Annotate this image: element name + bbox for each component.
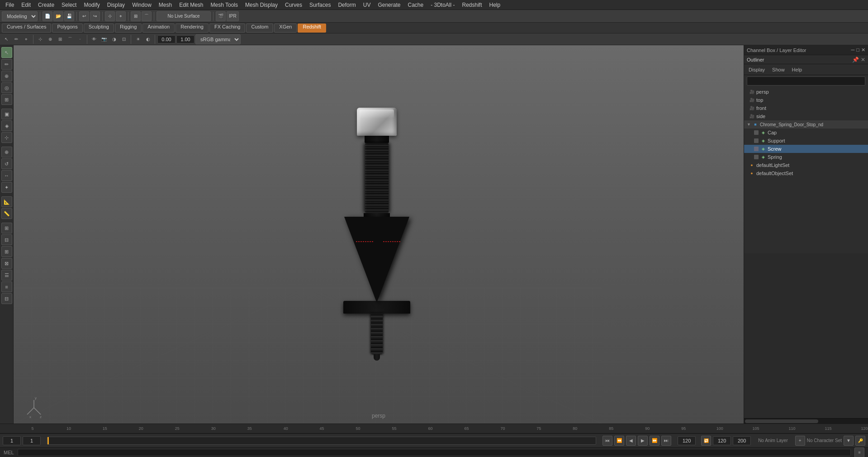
loop-mode-btn[interactable]: 🔁: [701, 436, 711, 446]
paint-btn[interactable]: ✏: [12, 35, 21, 44]
tab-curves-surfaces[interactable]: Curves / Surfaces: [2, 24, 51, 33]
lasso-btn[interactable]: ⌖: [116, 11, 126, 21]
outliner-search-input[interactable]: [749, 78, 863, 84]
snap-vp-btn[interactable]: ⊹: [36, 35, 45, 44]
tree-item-cap[interactable]: ◈ Cap: [744, 129, 868, 137]
misc-btn7[interactable]: ⊟: [1, 293, 12, 304]
menu-edit[interactable]: Edit: [18, 1, 34, 9]
menu-editmesh[interactable]: Edit Mesh: [175, 1, 207, 9]
snap-grid-btn[interactable]: ⊞: [131, 11, 141, 21]
misc-btn4[interactable]: ⊠: [1, 258, 12, 269]
menu-cache[interactable]: Cache: [404, 1, 427, 9]
time-ruler[interactable]: 5101520253035404550556065707580859095100…: [0, 424, 868, 433]
visibility-btn[interactable]: 👁: [90, 35, 99, 44]
minimize-btn[interactable]: ─: [851, 47, 855, 53]
tab-xgen[interactable]: XGen: [274, 24, 297, 33]
menu-3dtoall[interactable]: - 3DtoAll -: [427, 1, 458, 9]
menu-modify[interactable]: Modify: [80, 1, 103, 9]
viewport[interactable]: x z y persp: [14, 45, 744, 424]
mel-command-input[interactable]: [18, 449, 851, 456]
grid-snap-btn[interactable]: ⊞: [56, 35, 65, 44]
rotate-btn[interactable]: ↺: [1, 158, 12, 169]
scale-btn[interactable]: ↔: [1, 170, 12, 181]
wireframe-btn[interactable]: ⊡: [119, 35, 128, 44]
playback-end-input[interactable]: [733, 436, 751, 445]
select-tool-btn[interactable]: ⊹: [105, 11, 115, 21]
auto-key-btn[interactable]: 🔑: [855, 436, 865, 446]
ipr-btn[interactable]: IPR: [227, 11, 239, 21]
outliner-tab-display[interactable]: Display: [747, 66, 767, 73]
menu-redshift[interactable]: Redshift: [459, 1, 486, 9]
poly-tool3-btn[interactable]: ⊹: [1, 132, 12, 143]
point-snap-btn[interactable]: ·: [76, 35, 85, 44]
outliner-tab-help[interactable]: Help: [790, 66, 804, 73]
menu-window[interactable]: Window: [128, 1, 155, 9]
shading-btn[interactable]: ◑: [109, 35, 119, 44]
save-btn[interactable]: 💾: [64, 11, 74, 21]
poly-tool2-btn[interactable]: ◈: [1, 120, 12, 131]
measure-btn[interactable]: 📐: [1, 196, 12, 207]
play-back-btn[interactable]: ◀: [626, 436, 636, 446]
magnet-btn[interactable]: ⊕: [46, 35, 55, 44]
menu-deform[interactable]: Deform: [334, 1, 359, 9]
outliner-close-btn[interactable]: ✕: [861, 57, 865, 63]
redo-btn[interactable]: ↪: [90, 11, 100, 21]
mode-dropdown[interactable]: Modeling: [2, 11, 38, 21]
prev-frame-btn[interactable]: ⏪: [614, 436, 624, 446]
misc-btn5[interactable]: ☰: [1, 270, 12, 281]
transform-btn[interactable]: ⊕: [1, 147, 12, 157]
add-char-set-btn[interactable]: +: [795, 436, 805, 446]
current-frame-input[interactable]: [23, 436, 41, 445]
tab-polygons[interactable]: Polygons: [52, 24, 82, 33]
char-set-options-btn[interactable]: ▼: [844, 436, 854, 446]
outliner-pin-btn[interactable]: 📌: [852, 57, 859, 63]
collapse-arrow-chrome[interactable]: ▼: [747, 122, 751, 127]
menu-display[interactable]: Display: [104, 1, 128, 9]
menu-uv[interactable]: UV: [360, 1, 375, 9]
menu-help[interactable]: Help: [486, 1, 504, 9]
tab-sculpting[interactable]: Sculpting: [84, 24, 114, 33]
script-editor-btn[interactable]: ≡: [854, 447, 864, 457]
gamma-value2-input[interactable]: [176, 35, 194, 43]
tab-redshift[interactable]: Redshift: [298, 24, 326, 33]
menu-curves[interactable]: Curves: [281, 1, 306, 9]
tree-item-support[interactable]: ◈ Support: [744, 137, 868, 145]
playback-start-input[interactable]: [713, 436, 731, 445]
end-frame-input[interactable]: [678, 436, 696, 445]
menu-meshtools[interactable]: Mesh Tools: [207, 1, 242, 9]
misc-btn3[interactable]: ⊞: [1, 246, 12, 257]
tree-item-chrome-group[interactable]: ▼ ■ Chrome_Spring_Door_Stop_nd: [744, 120, 868, 129]
menu-select[interactable]: Select: [58, 1, 80, 9]
timeline-bar[interactable]: [47, 437, 596, 445]
outliner-search-bar[interactable]: [747, 76, 865, 86]
tree-item-top[interactable]: 🎥 top: [744, 96, 868, 104]
tree-item-side[interactable]: 🎥 side: [744, 112, 868, 120]
menu-meshdisplay[interactable]: Mesh Display: [242, 1, 281, 9]
tab-fx-caching[interactable]: FX Caching: [209, 24, 245, 33]
ruler-btn[interactable]: 📏: [1, 208, 12, 219]
menu-file[interactable]: File: [2, 1, 18, 9]
right-panel-hscrollbar[interactable]: [744, 418, 868, 424]
next-frame-btn[interactable]: ⏩: [650, 436, 659, 446]
tree-item-spring[interactable]: ◈ Spring: [744, 153, 868, 161]
tree-item-screw[interactable]: ◈ Screw: [744, 145, 868, 153]
lasso-vp-btn[interactable]: ⌖: [22, 35, 31, 44]
hscrollbar-thumb[interactable]: [745, 419, 818, 423]
restore-btn[interactable]: □: [856, 47, 859, 53]
new-file-btn[interactable]: 📄: [43, 11, 52, 21]
tab-animation[interactable]: Animation: [142, 24, 175, 33]
gamma-value1-input[interactable]: [157, 35, 175, 43]
start-frame-input[interactable]: [3, 436, 21, 445]
lattice-btn[interactable]: ⊞: [1, 94, 12, 105]
move-tool-btn[interactable]: ↖: [1, 47, 12, 58]
undo-btn[interactable]: ↩: [79, 11, 89, 21]
tree-item-lightset[interactable]: ● defaultLightSet: [744, 161, 868, 169]
outliner-tab-show[interactable]: Show: [770, 66, 787, 73]
close-right-panel-btn[interactable]: ✕: [861, 47, 865, 53]
tab-rigging[interactable]: Rigging: [115, 24, 142, 33]
universal-manip-btn[interactable]: ✦: [1, 182, 12, 193]
tab-custom[interactable]: Custom: [246, 24, 273, 33]
gamma-dropdown[interactable]: sRGB gamma: [195, 34, 241, 44]
light-btn[interactable]: ☀: [133, 35, 142, 44]
tree-item-front[interactable]: 🎥 front: [744, 104, 868, 112]
